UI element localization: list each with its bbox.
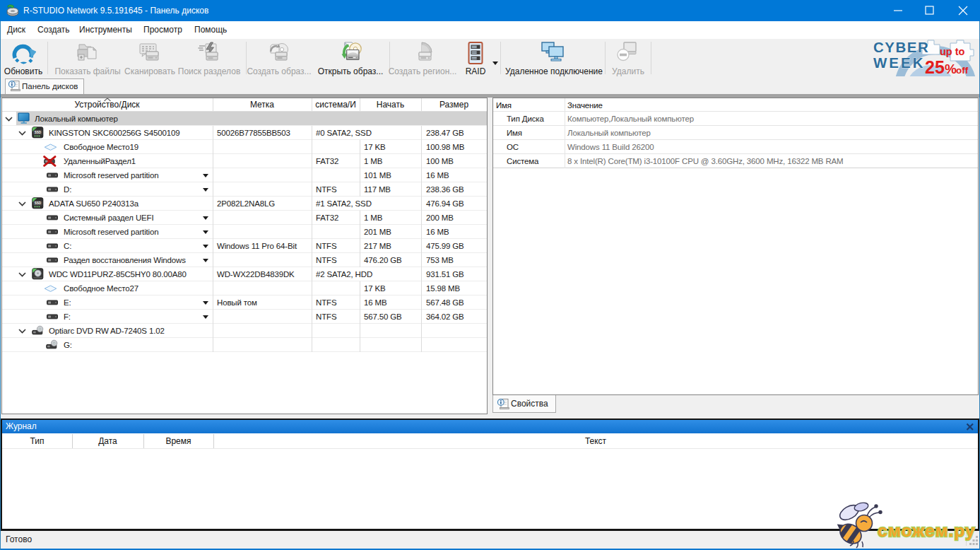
svg-text:SSD: SSD (35, 201, 42, 205)
svg-text:%: % (945, 62, 957, 76)
svg-text:сможем.ру: сможем.ру (878, 521, 976, 540)
svg-text:up to: up to (940, 46, 965, 57)
svg-text:SSD: SSD (35, 131, 42, 134)
svg-text:CYBER: CYBER (873, 39, 929, 55)
svg-text:off: off (956, 65, 969, 76)
svg-text:25: 25 (925, 57, 945, 76)
svg-text:WEEK: WEEK (873, 54, 926, 71)
